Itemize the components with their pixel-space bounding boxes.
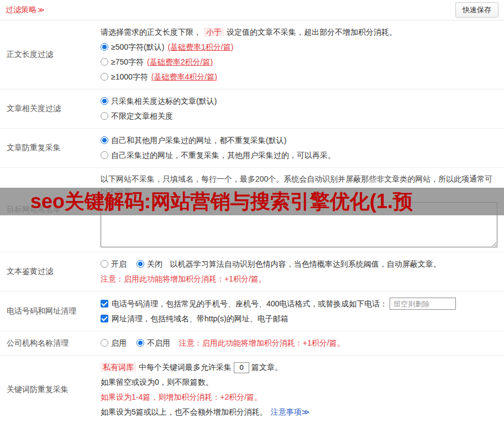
length-option-750: ≥750字符(基础费率2积分/篇) bbox=[101, 55, 497, 70]
row-label-relevance: 文章相关度过滤 bbox=[0, 89, 94, 128]
row-relevance-filter: 文章相关度过滤 只采集相关度达标的文章(默认) 不限定文章相关度 bbox=[0, 89, 504, 129]
radio-company-enable[interactable] bbox=[101, 339, 108, 347]
collapse-icon: ≫ bbox=[38, 6, 45, 14]
option-label: 启用 bbox=[111, 338, 127, 347]
topbar: 过滤策略≫ 快速保存 bbox=[0, 0, 504, 20]
row-label-porn-filter: 文本鉴黄过滤 bbox=[0, 252, 94, 291]
row-content: 只采集相关度达标的文章(默认) 不限定文章相关度 bbox=[94, 89, 504, 128]
quick-save-button[interactable]: 快速保存 bbox=[455, 2, 498, 18]
keyword-limit-line: 私有词库中每个关键词最多允许采集篇文章。 bbox=[101, 360, 497, 375]
row-content: 自己和其他用户采集过的网址，都不重复采集(默认) 自己采集过的网址，不重复采集，… bbox=[94, 129, 504, 167]
row-content: 私有词库中每个关键词最多允许采集篇文章。 如果留空或设为0，则不限篇数。 如果设… bbox=[94, 356, 504, 424]
length-option-500: ≥500字符(默认)(基础费率1积分/篇) bbox=[101, 40, 497, 55]
url-cleanup-checkbox[interactable] bbox=[101, 315, 108, 322]
radio-length-1000[interactable] bbox=[101, 73, 108, 81]
radio-porn-on[interactable] bbox=[101, 260, 108, 268]
dedup-option-global: 自己和其他用户采集过的网址，都不重复采集(默认) bbox=[101, 133, 497, 148]
row-company-cleanup: 公司机构名称清理 启用 不启用 注意：启用此功能将增加积分消耗：+1积分/篇。 bbox=[0, 331, 504, 356]
intro-suffix: 设定值的文章不采集，超出部分不增加积分消耗。 bbox=[227, 28, 397, 36]
phone-cleanup-line: 电话号码清理，包括常见的手机号、座机号、400电话格式，或替换成如下电话： bbox=[101, 296, 497, 311]
keyword-rule-line4-text: 如果设为5篇或以上，也不会额外增加积分消耗。 bbox=[101, 407, 267, 416]
option-label: 关闭 bbox=[147, 259, 162, 268]
row-content: 电话号码清理，包括常见的手机号、座机号、400电话格式，或替换成如下电话： 网址… bbox=[94, 292, 504, 331]
row-content: 开启 关闭 以机器学习算法自动识别色情内容，当色情概率达到系统阈值，自动屏蔽文章… bbox=[94, 252, 504, 291]
radio-company-disable[interactable] bbox=[136, 339, 144, 347]
fee-rate-link-1[interactable]: (基础费率1积分/篇) bbox=[167, 43, 233, 51]
relevance-option-any: 不限定文章相关度 bbox=[101, 109, 497, 124]
row-label-keyword-dedup: 关键词防重复采集 bbox=[0, 356, 94, 424]
option-label: ≥500字符(默认) bbox=[111, 43, 164, 51]
dedup-option-own: 自己采集过的网址，不重复采集，其他用户采集过的，可以再采。 bbox=[101, 148, 497, 163]
keyword-limit-text: 中每个关键词最多允许采集 bbox=[139, 363, 232, 372]
row-content: 启用 不启用 注意：启用此功能将增加积分消耗：+1积分/篇。 bbox=[94, 331, 504, 355]
option-label: 不启用 bbox=[147, 338, 170, 347]
option-label: ≥1000字符 bbox=[111, 72, 148, 81]
page-title[interactable]: 过滤策略≫ bbox=[6, 5, 45, 15]
option-label: 自己和其他用户采集过的网址，都不重复采集(默认) bbox=[111, 136, 286, 145]
row-keyword-dedup: 关键词防重复采集 私有词库中每个关键词最多允许采集篇文章。 如果留空或设为0，则… bbox=[0, 356, 504, 424]
relevance-option-strict: 只采集相关度达标的文章(默认) bbox=[101, 94, 497, 109]
watermark-text: seo关键解码:网站营销与搜索引擎优化(1.预 bbox=[0, 188, 504, 215]
radio-dedup-global[interactable] bbox=[101, 136, 108, 144]
porn-filter-description: 以机器学习算法自动识别色情内容，当色情概率达到系统阈值，自动屏蔽文章。 bbox=[170, 259, 441, 268]
radio-relevance-strict[interactable] bbox=[101, 97, 108, 105]
radio-length-750[interactable] bbox=[101, 58, 108, 66]
length-option-1000: ≥1000字符(基础费率4积分/篇) bbox=[101, 70, 497, 84]
intro-highlight: 小于 bbox=[204, 28, 224, 36]
option-label: 只采集相关度达标的文章(默认) bbox=[111, 97, 217, 105]
row-content-length-filter: 正文长度过滤 请选择需求的正文长度下限，小于设定值的文章不采集，超出部分不增加积… bbox=[0, 20, 504, 89]
intro-prefix: 请选择需求的正文长度下限， bbox=[101, 28, 201, 36]
radio-porn-off[interactable] bbox=[136, 260, 144, 268]
notes-link[interactable]: 注意事项≫ bbox=[271, 407, 310, 416]
option-label: ≥750字符 bbox=[111, 57, 144, 66]
row-label-company-cleanup: 公司机构名称清理 bbox=[0, 331, 94, 355]
row-content: 请选择需求的正文长度下限，小于设定值的文章不采集，超出部分不增加积分消耗。 ≥5… bbox=[94, 20, 504, 89]
keyword-limit-input[interactable] bbox=[234, 362, 249, 373]
row-label-dedup: 文章防重复采集 bbox=[0, 129, 94, 167]
fee-rate-link-3[interactable]: (基础费率4积分/篇) bbox=[151, 72, 217, 81]
option-label: 开启 bbox=[111, 259, 127, 268]
option-label: 自己采集过的网址，不重复采集，其他用户采集过的，可以再采。 bbox=[111, 151, 335, 160]
company-cleanup-note: 注意：启用此功能将增加积分消耗：+1积分/篇。 bbox=[179, 338, 345, 347]
phone-cleanup-checkbox[interactable] bbox=[101, 300, 108, 308]
keyword-rule-line3: 如果设为1-4篇，则增加积分消耗：+2积分/篇。 bbox=[101, 390, 497, 405]
option-label: 不限定文章相关度 bbox=[111, 112, 173, 120]
notes-arrow-icon: ≫ bbox=[302, 407, 310, 416]
url-cleanup-line: 网址清理，包括纯域名、带http(s)的网址、电子邮箱 bbox=[101, 311, 497, 326]
page-title-text: 过滤策略 bbox=[6, 5, 36, 14]
company-cleanup-options: 启用 不启用 注意：启用此功能将增加积分消耗：+1积分/篇。 bbox=[101, 336, 497, 351]
private-lexicon-link[interactable]: 私有词库 bbox=[101, 363, 136, 372]
porn-filter-note: 注意：启用此功能将增加积分消耗：+1积分/篇。 bbox=[101, 272, 497, 287]
row-site-blacklist: 目标网站黑名单 以下网站不采集，只填域名，每行一个，最多200个。系统会自动识别… bbox=[0, 168, 504, 252]
radio-relevance-any[interactable] bbox=[101, 112, 108, 120]
row-phone-url-cleanup: 电话号码和网址清理 电话号码清理，包括常见的手机号、座机号、400电话格式，或替… bbox=[0, 292, 504, 331]
phone-replace-input[interactable] bbox=[390, 298, 456, 310]
watermark-banner: seo关键解码:网站营销与搜索引擎优化(1.预 bbox=[0, 188, 504, 215]
keyword-limit-suffix: 篇文章。 bbox=[251, 363, 282, 372]
row-label-content-length: 正文长度过滤 bbox=[0, 20, 94, 89]
keyword-rule-line2: 如果留空或设为0，则不限篇数。 bbox=[101, 375, 497, 390]
radio-dedup-own[interactable] bbox=[101, 151, 108, 159]
row-dedup-collect: 文章防重复采集 自己和其他用户采集过的网址，都不重复采集(默认) 自己采集过的网… bbox=[0, 129, 504, 168]
row-porn-filter: 文本鉴黄过滤 开启 关闭 以机器学习算法自动识别色情内容，当色情概率达到系统阈值… bbox=[0, 252, 504, 292]
radio-length-500[interactable] bbox=[101, 43, 108, 51]
phone-cleanup-label: 电话号码清理，包括常见的手机号、座机号、400电话格式，或替换成如下电话： bbox=[112, 299, 387, 308]
length-filter-intro: 请选择需求的正文长度下限，小于设定值的文章不采集，超出部分不增加积分消耗。 bbox=[101, 25, 497, 40]
keyword-rule-line4: 如果设为5篇或以上，也不会额外增加积分消耗。注意事项≫ bbox=[101, 405, 497, 420]
row-label-phone-url: 电话号码和网址清理 bbox=[0, 292, 94, 331]
porn-filter-options: 开启 关闭 以机器学习算法自动识别色情内容，当色情概率达到系统阈值，自动屏蔽文章… bbox=[101, 257, 497, 272]
url-cleanup-label: 网址清理，包括纯域名、带http(s)的网址、电子邮箱 bbox=[112, 314, 288, 323]
fee-rate-link-2[interactable]: (基础费率2积分/篇) bbox=[147, 57, 213, 66]
